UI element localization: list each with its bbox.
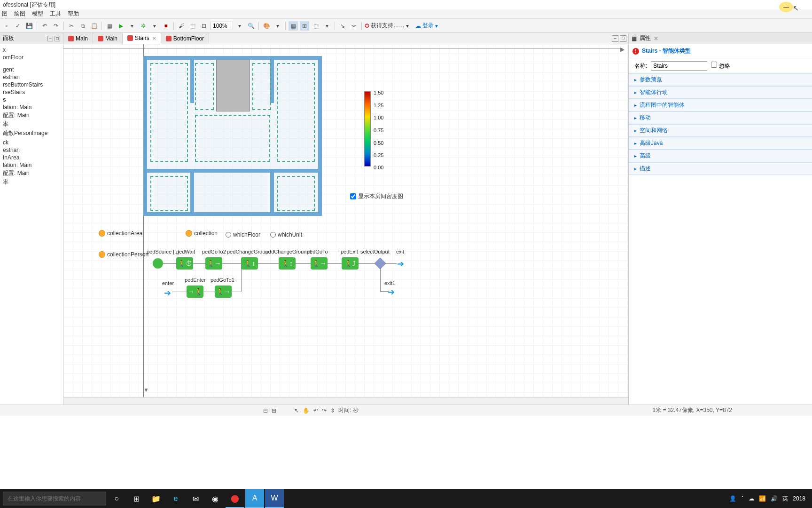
section-move[interactable]: 移动 (629, 111, 812, 124)
ime-label[interactable]: 英 (782, 495, 788, 503)
menu-view[interactable]: 图 (2, 10, 8, 18)
section-space[interactable]: 空间和网络 (629, 124, 812, 137)
word-icon[interactable]: W (265, 489, 284, 508)
close-icon[interactable]: ✕ (152, 36, 156, 41)
sb-icon[interactable]: ↶ (313, 407, 318, 414)
build-icon[interactable]: ▦ (105, 21, 114, 31)
menu-draw[interactable]: 绘图 (14, 10, 25, 18)
section-desc[interactable]: 描述 (629, 162, 812, 175)
pedchangeground1-block[interactable]: 🚶↕ (279, 257, 296, 270)
pedenter-block[interactable]: →🚶 (187, 286, 203, 298)
floorplan[interactable] (143, 56, 322, 216)
mail-icon[interactable]: ✉ (186, 489, 205, 508)
unlink-icon[interactable]: ⫘ (349, 21, 359, 31)
pedexit-block[interactable]: 🚶⤴ (342, 257, 359, 270)
link-icon[interactable]: ↘ (338, 21, 347, 31)
sb-icon[interactable]: ↷ (322, 407, 327, 414)
collection-person-obj[interactable]: collectionPerson (99, 251, 148, 258)
pedgoto2-block[interactable]: 🚶→ (205, 257, 222, 270)
zoom-tool-icon[interactable]: 🔍 (246, 21, 256, 31)
enter-block[interactable]: ➔ (164, 288, 172, 294)
redo-icon[interactable]: ↷ (51, 21, 61, 31)
support-link[interactable]: ✪ 获得支持……▾ (365, 22, 409, 30)
zoom-fit-icon[interactable]: ⊡ (199, 21, 209, 31)
ignore-checkbox[interactable]: 忽略 (711, 62, 730, 70)
drop3-icon[interactable]: ▾ (322, 21, 332, 31)
collection-area-obj[interactable]: collectionArea (99, 230, 142, 237)
section-flowagents[interactable]: 流程图中的智能体 (629, 99, 812, 111)
drop2-icon[interactable]: ▾ (273, 21, 282, 31)
tree-item[interactable]: rseButtomStairs (1, 81, 62, 88)
stop-icon[interactable]: ■ (161, 21, 171, 31)
tree-item[interactable]: lation: Main (1, 103, 62, 111)
grid-icon[interactable]: ▦ (289, 21, 298, 31)
tab-bottomfloor[interactable]: BottomFloor (161, 33, 209, 44)
debug-icon[interactable]: ✲ (139, 21, 148, 31)
app-icon[interactable]: ◉ (206, 489, 225, 508)
canvas[interactable]: ▶ 1.50 1.25 1.00 (63, 44, 628, 397)
tree-item[interactable]: s (1, 96, 62, 103)
copy-icon[interactable]: ⧉ (78, 21, 87, 31)
pedchangeground-block[interactable]: 🚶↕ (241, 257, 258, 270)
pedwait-block[interactable]: 🚶⏱ (176, 257, 193, 270)
tree-item[interactable]: omFloor (1, 54, 62, 61)
taskbar-search[interactable] (3, 492, 106, 506)
sb-icon[interactable]: ✋ (303, 407, 310, 414)
whichunit-obj[interactable]: whichUnit (270, 231, 302, 238)
menu-help[interactable]: 帮助 (68, 10, 79, 18)
props-tab[interactable]: 属性 (640, 34, 651, 42)
tab-main-1[interactable]: Main (63, 33, 93, 44)
system-tray[interactable]: 👤 ˄ ☁ 📶 🔊 英 2018 (729, 495, 809, 503)
section-advjava[interactable]: 高级Java (629, 137, 812, 150)
tray-up-icon[interactable]: ˄ (741, 495, 744, 502)
cut-icon[interactable]: ✂ (67, 21, 76, 31)
tree-item[interactable]: lation: Main (1, 161, 62, 169)
sb-icon[interactable]: ⊞ (272, 407, 276, 414)
open-icon[interactable]: ✓ (13, 21, 23, 31)
pedsource-block[interactable] (153, 258, 163, 269)
zoom-drop-icon[interactable]: ▾ (235, 21, 244, 31)
taskview-icon[interactable]: ⊞ (127, 489, 146, 508)
exit1-block[interactable]: ➔ (388, 287, 395, 294)
density-checkbox[interactable]: 显示本房间密度图 (350, 192, 403, 200)
brush-icon[interactable]: 🖌 (177, 21, 186, 31)
sb-icon[interactable]: ⇕ (330, 407, 335, 414)
panel-max-icon[interactable]: □ (55, 36, 60, 41)
new-icon[interactable]: ▫ (2, 21, 11, 31)
cortana-icon[interactable]: ○ (107, 489, 126, 508)
tree-item[interactable]: 配置: Main (1, 169, 62, 178)
tree-item[interactable]: estrian (1, 146, 62, 154)
editor-min-icon[interactable]: – (612, 35, 618, 42)
snap-icon[interactable]: ⊞ (300, 21, 309, 31)
zoom-combo[interactable] (211, 22, 233, 30)
project-tree[interactable]: x omFloor gent estrian rseButtomStairs r… (0, 44, 63, 189)
people-icon[interactable]: 👤 (729, 495, 736, 502)
sb-icon[interactable]: ⊟ (263, 407, 268, 414)
volume-icon[interactable]: 🔊 (771, 495, 778, 502)
login-link[interactable]: ☁ 登录▾ (415, 22, 438, 30)
tree-item[interactable]: gent (1, 66, 62, 73)
section-advanced[interactable]: 高级 (629, 150, 812, 162)
select-icon[interactable]: ⬚ (188, 21, 197, 31)
menu-model[interactable]: 模型 (32, 10, 43, 18)
tree-item[interactable]: ck (1, 139, 62, 146)
run-drop-icon[interactable]: ▾ (127, 21, 137, 31)
align-icon[interactable]: ⬚ (311, 21, 320, 31)
panel-min-icon[interactable]: – (47, 36, 53, 41)
whichfloor-obj[interactable]: whichFloor (226, 231, 260, 238)
editor-max-icon[interactable]: □ (620, 35, 626, 42)
name-input[interactable] (651, 61, 707, 71)
undo-icon[interactable]: ↶ (40, 21, 49, 31)
tree-item[interactable]: rseStairs (1, 88, 62, 96)
tree-item[interactable]: x (1, 46, 62, 54)
explorer-icon[interactable]: 📁 (147, 489, 165, 508)
pedgoto1-block[interactable]: 🚶→ (215, 286, 232, 298)
onedrive-icon[interactable]: ☁ (749, 495, 754, 502)
exit-block[interactable]: ➔ (397, 259, 405, 265)
wifi-icon[interactable]: 📶 (759, 495, 766, 502)
palette-icon[interactable]: 🎨 (262, 21, 271, 31)
debug-drop-icon[interactable]: ▾ (150, 21, 159, 31)
paste-icon[interactable]: 📋 (89, 21, 99, 31)
tree-item[interactable]: 疏散PersonImage (1, 129, 62, 138)
tab-stairs[interactable]: Stairs✕ (123, 33, 161, 44)
